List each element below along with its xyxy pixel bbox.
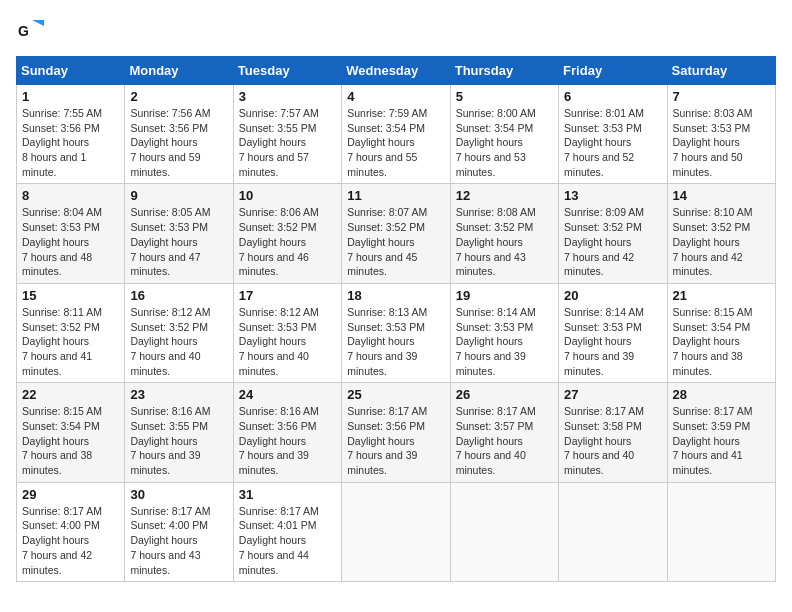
table-row: 3 Sunrise: 7:57 AM Sunset: 3:55 PM Dayli… [233, 85, 341, 184]
day-number: 19 [456, 288, 553, 303]
day-number: 1 [22, 89, 119, 104]
table-row: 16 Sunrise: 8:12 AM Sunset: 3:52 PM Dayl… [125, 283, 233, 382]
day-info: Sunrise: 7:57 AM Sunset: 3:55 PM Dayligh… [239, 106, 336, 179]
svg-text:G: G [18, 23, 29, 39]
day-number: 6 [564, 89, 661, 104]
day-info: Sunrise: 8:11 AM Sunset: 3:52 PM Dayligh… [22, 305, 119, 378]
day-header-thursday: Thursday [450, 57, 558, 85]
day-info: Sunrise: 8:08 AM Sunset: 3:52 PM Dayligh… [456, 205, 553, 278]
day-info: Sunrise: 8:07 AM Sunset: 3:52 PM Dayligh… [347, 205, 444, 278]
day-number: 8 [22, 188, 119, 203]
day-info: Sunrise: 8:16 AM Sunset: 3:55 PM Dayligh… [130, 404, 227, 477]
day-number: 18 [347, 288, 444, 303]
day-number: 13 [564, 188, 661, 203]
table-row: 6 Sunrise: 8:01 AM Sunset: 3:53 PM Dayli… [559, 85, 667, 184]
day-number: 21 [673, 288, 770, 303]
table-row: 17 Sunrise: 8:12 AM Sunset: 3:53 PM Dayl… [233, 283, 341, 382]
day-info: Sunrise: 8:17 AM Sunset: 3:58 PM Dayligh… [564, 404, 661, 477]
day-info: Sunrise: 8:17 AM Sunset: 3:56 PM Dayligh… [347, 404, 444, 477]
table-row: 22 Sunrise: 8:15 AM Sunset: 3:54 PM Dayl… [17, 383, 125, 482]
day-info: Sunrise: 8:15 AM Sunset: 3:54 PM Dayligh… [22, 404, 119, 477]
table-row [450, 482, 558, 581]
day-number: 10 [239, 188, 336, 203]
day-header-sunday: Sunday [17, 57, 125, 85]
svg-marker-1 [32, 20, 44, 26]
day-number: 28 [673, 387, 770, 402]
day-number: 14 [673, 188, 770, 203]
day-info: Sunrise: 7:56 AM Sunset: 3:56 PM Dayligh… [130, 106, 227, 179]
day-info: Sunrise: 8:05 AM Sunset: 3:53 PM Dayligh… [130, 205, 227, 278]
table-row: 18 Sunrise: 8:13 AM Sunset: 3:53 PM Dayl… [342, 283, 450, 382]
day-info: Sunrise: 8:09 AM Sunset: 3:52 PM Dayligh… [564, 205, 661, 278]
day-number: 23 [130, 387, 227, 402]
day-info: Sunrise: 8:04 AM Sunset: 3:53 PM Dayligh… [22, 205, 119, 278]
day-info: Sunrise: 8:17 AM Sunset: 4:00 PM Dayligh… [130, 504, 227, 577]
table-row: 13 Sunrise: 8:09 AM Sunset: 3:52 PM Dayl… [559, 184, 667, 283]
table-row: 27 Sunrise: 8:17 AM Sunset: 3:58 PM Dayl… [559, 383, 667, 482]
day-number: 15 [22, 288, 119, 303]
table-row: 25 Sunrise: 8:17 AM Sunset: 3:56 PM Dayl… [342, 383, 450, 482]
day-number: 5 [456, 89, 553, 104]
table-row: 9 Sunrise: 8:05 AM Sunset: 3:53 PM Dayli… [125, 184, 233, 283]
day-info: Sunrise: 8:17 AM Sunset: 4:01 PM Dayligh… [239, 504, 336, 577]
table-row: 19 Sunrise: 8:14 AM Sunset: 3:53 PM Dayl… [450, 283, 558, 382]
logo-icon: G [16, 16, 44, 44]
day-info: Sunrise: 8:16 AM Sunset: 3:56 PM Dayligh… [239, 404, 336, 477]
table-row: 4 Sunrise: 7:59 AM Sunset: 3:54 PM Dayli… [342, 85, 450, 184]
day-info: Sunrise: 8:14 AM Sunset: 3:53 PM Dayligh… [456, 305, 553, 378]
day-header-friday: Friday [559, 57, 667, 85]
day-info: Sunrise: 8:13 AM Sunset: 3:53 PM Dayligh… [347, 305, 444, 378]
day-info: Sunrise: 8:12 AM Sunset: 3:53 PM Dayligh… [239, 305, 336, 378]
day-info: Sunrise: 8:01 AM Sunset: 3:53 PM Dayligh… [564, 106, 661, 179]
day-number: 29 [22, 487, 119, 502]
day-info: Sunrise: 8:06 AM Sunset: 3:52 PM Dayligh… [239, 205, 336, 278]
table-row: 12 Sunrise: 8:08 AM Sunset: 3:52 PM Dayl… [450, 184, 558, 283]
day-header-wednesday: Wednesday [342, 57, 450, 85]
day-info: Sunrise: 8:14 AM Sunset: 3:53 PM Dayligh… [564, 305, 661, 378]
table-row: 26 Sunrise: 8:17 AM Sunset: 3:57 PM Dayl… [450, 383, 558, 482]
table-row [342, 482, 450, 581]
day-number: 27 [564, 387, 661, 402]
day-number: 26 [456, 387, 553, 402]
day-number: 11 [347, 188, 444, 203]
table-row: 11 Sunrise: 8:07 AM Sunset: 3:52 PM Dayl… [342, 184, 450, 283]
table-row: 23 Sunrise: 8:16 AM Sunset: 3:55 PM Dayl… [125, 383, 233, 482]
day-info: Sunrise: 8:00 AM Sunset: 3:54 PM Dayligh… [456, 106, 553, 179]
day-number: 16 [130, 288, 227, 303]
calendar-table: SundayMondayTuesdayWednesdayThursdayFrid… [16, 56, 776, 582]
day-number: 7 [673, 89, 770, 104]
day-number: 12 [456, 188, 553, 203]
table-row: 10 Sunrise: 8:06 AM Sunset: 3:52 PM Dayl… [233, 184, 341, 283]
day-number: 20 [564, 288, 661, 303]
table-row: 28 Sunrise: 8:17 AM Sunset: 3:59 PM Dayl… [667, 383, 775, 482]
table-row [559, 482, 667, 581]
day-info: Sunrise: 8:03 AM Sunset: 3:53 PM Dayligh… [673, 106, 770, 179]
table-row: 30 Sunrise: 8:17 AM Sunset: 4:00 PM Dayl… [125, 482, 233, 581]
day-info: Sunrise: 8:10 AM Sunset: 3:52 PM Dayligh… [673, 205, 770, 278]
day-header-monday: Monday [125, 57, 233, 85]
day-info: Sunrise: 8:17 AM Sunset: 4:00 PM Dayligh… [22, 504, 119, 577]
day-info: Sunrise: 8:15 AM Sunset: 3:54 PM Dayligh… [673, 305, 770, 378]
day-info: Sunrise: 8:12 AM Sunset: 3:52 PM Dayligh… [130, 305, 227, 378]
table-row: 7 Sunrise: 8:03 AM Sunset: 3:53 PM Dayli… [667, 85, 775, 184]
table-row: 1 Sunrise: 7:55 AM Sunset: 3:56 PM Dayli… [17, 85, 125, 184]
day-number: 24 [239, 387, 336, 402]
table-row: 14 Sunrise: 8:10 AM Sunset: 3:52 PM Dayl… [667, 184, 775, 283]
day-info: Sunrise: 8:17 AM Sunset: 3:57 PM Dayligh… [456, 404, 553, 477]
day-number: 3 [239, 89, 336, 104]
table-row: 5 Sunrise: 8:00 AM Sunset: 3:54 PM Dayli… [450, 85, 558, 184]
page-header: G [16, 16, 776, 44]
table-row [667, 482, 775, 581]
day-number: 25 [347, 387, 444, 402]
table-row: 21 Sunrise: 8:15 AM Sunset: 3:54 PM Dayl… [667, 283, 775, 382]
day-number: 30 [130, 487, 227, 502]
table-row: 15 Sunrise: 8:11 AM Sunset: 3:52 PM Dayl… [17, 283, 125, 382]
day-number: 31 [239, 487, 336, 502]
table-row: 31 Sunrise: 8:17 AM Sunset: 4:01 PM Dayl… [233, 482, 341, 581]
table-row: 2 Sunrise: 7:56 AM Sunset: 3:56 PM Dayli… [125, 85, 233, 184]
logo: G [16, 16, 48, 44]
day-number: 9 [130, 188, 227, 203]
day-header-tuesday: Tuesday [233, 57, 341, 85]
day-info: Sunrise: 7:55 AM Sunset: 3:56 PM Dayligh… [22, 106, 119, 179]
day-number: 4 [347, 89, 444, 104]
